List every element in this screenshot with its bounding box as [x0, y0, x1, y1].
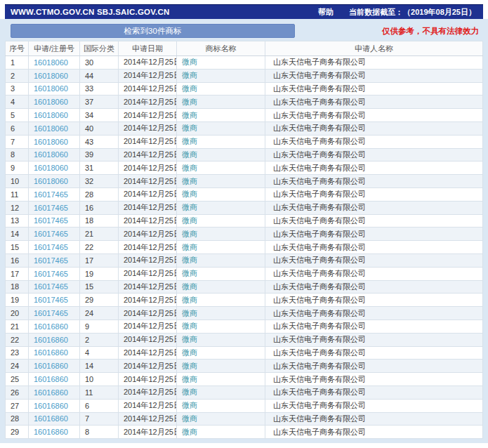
reg-number-link[interactable]: 16018060 — [34, 177, 68, 185]
reg-number-link[interactable]: 16016860 — [34, 336, 68, 344]
cell-trademark: 微商 — [177, 386, 265, 399]
table-row: 23 16016860 4 2014年12月25日 微商 山东天信电子商务有限公… — [6, 346, 483, 360]
trademark-link[interactable]: 微商 — [182, 137, 197, 145]
reg-number-link[interactable]: 16018060 — [34, 150, 68, 159]
reg-number-link[interactable]: 16016860 — [34, 388, 68, 397]
reg-number-link[interactable]: 16018060 — [34, 98, 68, 106]
cell-reg-number: 16017465 — [29, 267, 80, 280]
trademark-link[interactable]: 微商 — [182, 348, 197, 357]
column-header-applicant: 申请人名称 — [265, 41, 483, 56]
site-title: WWW.CTMO.GOV.CN SBJ.SAIC.GOV.CN — [11, 8, 169, 16]
trademark-link[interactable]: 微商 — [182, 58, 197, 66]
cell-serial: 22 — [6, 333, 29, 346]
cell-apply-date: 2014年12月25日 — [119, 109, 177, 122]
trademark-link[interactable]: 微商 — [182, 150, 197, 159]
trademark-link[interactable]: 微商 — [182, 282, 197, 291]
reg-number-link[interactable]: 16017465 — [34, 230, 68, 238]
cell-trademark: 微商 — [177, 201, 265, 214]
reg-number-link[interactable]: 16016860 — [34, 402, 68, 410]
trademark-link[interactable]: 微商 — [182, 230, 197, 238]
cell-serial: 11 — [6, 187, 29, 201]
reg-number-link[interactable]: 16018060 — [34, 111, 68, 119]
cell-reg-number: 16018060 — [29, 69, 80, 82]
trademark-link[interactable]: 微商 — [182, 309, 197, 317]
cell-reg-number: 16016860 — [29, 412, 80, 426]
reg-number-link[interactable]: 16016860 — [34, 375, 68, 383]
trademark-link[interactable]: 微商 — [182, 203, 197, 211]
trademark-link[interactable]: 微商 — [182, 190, 197, 198]
trademark-link[interactable]: 微商 — [182, 428, 197, 436]
reg-number-link[interactable]: 16018060 — [34, 164, 68, 172]
trademark-link[interactable]: 微商 — [182, 84, 197, 93]
trademark-link[interactable]: 微商 — [182, 164, 197, 172]
trademark-link[interactable]: 微商 — [182, 177, 197, 185]
table-row: 28 16016860 7 2014年12月25日 微商 山东天信电子商务有限公… — [6, 412, 483, 426]
trademark-link[interactable]: 微商 — [182, 296, 197, 304]
cell-intl-class: 22 — [80, 241, 119, 254]
reg-number-link[interactable]: 16017465 — [34, 190, 68, 199]
cell-intl-class: 28 — [80, 187, 119, 201]
cell-trademark: 微商 — [177, 148, 265, 162]
trademark-link[interactable]: 微商 — [182, 111, 197, 119]
cell-reg-number: 16017465 — [29, 214, 80, 228]
reg-number-link[interactable]: 16018060 — [34, 72, 68, 80]
trademark-link[interactable]: 微商 — [182, 256, 197, 264]
cell-trademark: 微商 — [177, 56, 265, 70]
cell-reg-number: 16016860 — [29, 346, 80, 360]
trademark-link[interactable]: 微商 — [182, 269, 197, 277]
reg-number-link[interactable]: 16017465 — [34, 256, 68, 265]
trademark-results-table: 序号 申请/注册号 国际分类 申请日期 商标名称 申请人名称 1 1601806… — [5, 41, 483, 439]
cell-trademark: 微商 — [177, 214, 265, 228]
trademark-link[interactable]: 微商 — [182, 362, 197, 370]
table-row: 11 16017465 28 2014年12月25日 微商 山东天信电子商务有限… — [6, 187, 483, 201]
reg-number-link[interactable]: 16016860 — [34, 362, 68, 370]
trademark-link[interactable]: 微商 — [182, 388, 197, 396]
reg-number-link[interactable]: 16017465 — [34, 216, 68, 225]
cell-reg-number: 16017465 — [29, 307, 80, 320]
reg-number-link[interactable]: 16016860 — [34, 348, 68, 357]
trademark-link[interactable]: 微商 — [182, 335, 197, 343]
cell-applicant: 山东天信电子商务有限公司 — [265, 386, 483, 399]
reg-number-link[interactable]: 16018060 — [34, 84, 68, 93]
reg-number-link[interactable]: 16018060 — [34, 138, 68, 146]
column-header-intl-class: 国际分类 — [80, 41, 119, 56]
column-header-reg-number: 申请/注册号 — [29, 41, 80, 56]
reg-number-link[interactable]: 16016860 — [34, 322, 68, 331]
topbar-right-group: 帮助 当前数据截至：（2019年08月25日） — [318, 7, 476, 18]
reg-number-link[interactable]: 16018060 — [34, 124, 68, 133]
trademark-link[interactable]: 微商 — [182, 98, 197, 106]
trademark-link[interactable]: 微商 — [182, 401, 197, 409]
trademark-link[interactable]: 微商 — [182, 124, 197, 132]
cell-intl-class: 18 — [80, 214, 119, 228]
reg-number-link[interactable]: 16016860 — [34, 428, 68, 436]
reg-number-link[interactable]: 16017465 — [34, 270, 68, 278]
reg-number-link[interactable]: 16017465 — [34, 243, 68, 251]
cell-intl-class: 16 — [80, 201, 119, 214]
trademark-link[interactable]: 微商 — [182, 216, 197, 225]
reg-number-link[interactable]: 16017465 — [34, 296, 68, 304]
trademark-link[interactable]: 微商 — [182, 414, 197, 423]
cell-intl-class: 32 — [80, 175, 119, 188]
reg-number-link[interactable]: 16017465 — [34, 204, 68, 212]
help-link[interactable]: 帮助 — [318, 7, 334, 18]
cell-serial: 12 — [6, 201, 29, 214]
reg-number-link[interactable]: 16017465 — [34, 282, 68, 291]
trademark-link[interactable]: 微商 — [182, 243, 197, 251]
cell-trademark: 微商 — [177, 399, 265, 412]
cell-apply-date: 2014年12月25日 — [119, 187, 177, 201]
cell-trademark: 微商 — [177, 82, 265, 95]
trademark-link[interactable]: 微商 — [182, 71, 197, 79]
trademark-link[interactable]: 微商 — [182, 322, 197, 330]
reg-number-link[interactable]: 16018060 — [34, 58, 68, 67]
trademark-link[interactable]: 微商 — [182, 375, 197, 383]
cell-serial: 15 — [6, 241, 29, 254]
table-row: 6 16018060 40 2014年12月25日 微商 山东天信电子商务有限公… — [6, 121, 483, 135]
cell-trademark: 微商 — [177, 346, 265, 360]
cell-reg-number: 16018060 — [29, 109, 80, 122]
cell-trademark: 微商 — [177, 69, 265, 82]
cell-apply-date: 2014年12月25日 — [119, 121, 177, 135]
cell-apply-date: 2014年12月25日 — [119, 56, 177, 70]
cell-intl-class: 24 — [80, 307, 119, 320]
reg-number-link[interactable]: 16016860 — [34, 414, 68, 423]
reg-number-link[interactable]: 16017465 — [34, 309, 68, 317]
